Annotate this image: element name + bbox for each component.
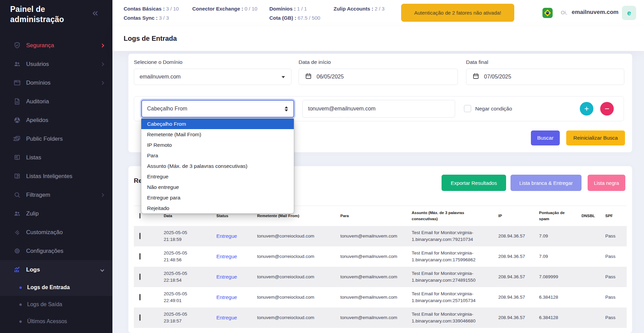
sidebar-item-filtragem[interactable]: Filtragem: [0, 186, 112, 204]
sidebar-item-usuarios[interactable]: Usuários: [0, 55, 112, 73]
sidebar-item-label: Filtragem: [26, 192, 101, 198]
sidebar-subitem-label: Logs de Entrada: [27, 284, 70, 291]
sidebar-item-seguranca[interactable]: Segurança: [0, 36, 112, 55]
cell-assunto: Test Email for Monitor:virginia-1.binary…: [408, 229, 494, 243]
cell-time: 23:18:57: [164, 318, 208, 325]
bullet-icon: [19, 303, 22, 306]
open-book-icon: [13, 154, 21, 162]
sidebar-item-label: Usuários: [26, 61, 101, 68]
sidebar-subitem-ultimos-acessos[interactable]: Últimos Acessos: [0, 313, 112, 330]
row-checkbox[interactable]: [139, 253, 141, 260]
cell-data: 2025-05-0522:18:54: [160, 270, 212, 283]
status-link[interactable]: Entregue: [216, 274, 237, 280]
cell-status: Entregue: [212, 253, 253, 260]
sidebar-collapse-icon[interactable]: «: [92, 7, 98, 18]
open-book-icon: [13, 172, 21, 180]
sidebar-item-configuracoes[interactable]: Configurações: [0, 242, 112, 260]
sidebar-item-apelidos[interactable]: Apelidos: [0, 111, 112, 129]
whitelist-deliver-button[interactable]: Lista branca & Entregar: [511, 175, 582, 191]
dropdown-option[interactable]: Não entregue: [141, 182, 294, 192]
status-link[interactable]: Entregue: [216, 253, 237, 259]
sidebar-item-label: Configurações: [26, 248, 104, 255]
sidebar-item-zulip[interactable]: Zulip: [0, 204, 112, 223]
cell-data: 2025-05-0523:18:57: [160, 311, 212, 324]
blacklist-button[interactable]: Lista negra: [588, 175, 625, 191]
chevron-right-icon: [100, 62, 104, 66]
sidebar-item-auditoria[interactable]: Auditoria: [0, 92, 112, 111]
page-header: Logs de Entrada: [112, 26, 644, 51]
date-end-input[interactable]: 07/05/2025: [466, 69, 624, 85]
status-link[interactable]: Entregue: [216, 233, 237, 239]
row-checkbox[interactable]: [139, 274, 141, 280]
sidebar-item-logs[interactable]: Logs: [0, 260, 112, 279]
avatar[interactable]: e: [622, 6, 636, 20]
reset-search-button[interactable]: Reinicializar Busca: [566, 130, 625, 145]
audit-icon: [13, 98, 21, 106]
table-row: 2025-05-0523:18:57 Entregue tonuvem@corr…: [134, 308, 627, 328]
dropdown-option[interactable]: Assunto (Máx. de 3 palavras consecutivas…: [141, 161, 294, 171]
date-start-input[interactable]: 06/05/2025: [299, 69, 458, 85]
row-checkbox[interactable]: [139, 233, 141, 239]
select-all-checkbox[interactable]: [139, 213, 141, 218]
wheel-icon: [13, 116, 21, 124]
negate-checkbox[interactable]: [464, 105, 471, 112]
cell-time: 21:18:59: [164, 236, 208, 243]
dropdown-option[interactable]: Entregue: [141, 171, 294, 182]
brazil-flag-icon[interactable]: [542, 8, 553, 18]
shield-check-icon: [13, 41, 21, 50]
stat-cota-gb: Cota (GB) :67.5 / 500: [269, 15, 320, 21]
sidebar-item-customizacao[interactable]: Customização: [0, 223, 112, 242]
cell-date: 2025-05-05: [164, 311, 208, 318]
sidebar-item-listas[interactable]: Listas: [0, 148, 112, 167]
brush-stripes-icon: [13, 228, 21, 236]
calendar-icon: [472, 73, 479, 81]
two-factor-warning-button[interactable]: Autenticação de 2 fatores não ativada!: [401, 4, 514, 22]
dropdown-option[interactable]: Remetente (Mail From): [141, 129, 294, 140]
chevron-right-icon: [100, 193, 104, 197]
chevron-right-icon: [100, 81, 104, 85]
export-results-button[interactable]: Exportar Resultados: [442, 175, 506, 191]
cell-para: tonuvem@emailnuvem.com: [336, 253, 408, 260]
sidebar-item-listas-inteligentes[interactable]: Listas Inteligentes: [0, 167, 112, 186]
cell-date: 2025-05-05: [164, 250, 208, 257]
stat-label: Domínios :: [269, 6, 296, 12]
dropdown-option[interactable]: Para: [141, 150, 294, 161]
condition-value-input[interactable]: [302, 100, 455, 118]
sidebar-item-dominios[interactable]: Domínios: [0, 73, 112, 92]
cell-ip: 208.94.36.57: [494, 314, 535, 321]
stat-value: 3 / 3: [159, 15, 169, 21]
sidebar-menu: Segurança Usuários Domínios: [0, 36, 112, 330]
row-checkbox[interactable]: [139, 314, 141, 321]
condition-field-select[interactable]: Cabeçalho From: [141, 100, 294, 118]
status-link[interactable]: Entregue: [216, 315, 237, 320]
status-link[interactable]: Entregue: [216, 294, 237, 300]
stacked-folders-icon: [13, 135, 21, 143]
cell-spf: Pass: [601, 274, 627, 280]
row-checkbox[interactable]: [139, 294, 141, 300]
dropdown-option[interactable]: Rejeitado: [141, 203, 294, 213]
stat-label: Conector Exchange :: [192, 6, 243, 12]
search-button[interactable]: Buscar: [531, 130, 560, 145]
chart-line-icon: [13, 266, 21, 274]
cell-spf: Pass: [601, 314, 627, 321]
add-condition-button[interactable]: +: [580, 102, 593, 116]
sidebar-subitem-logs-entrada[interactable]: Logs de Entrada: [0, 279, 112, 296]
dropdown-option[interactable]: Entregue para: [141, 192, 294, 203]
app-window: Painel de administração « Segurança Usuá…: [0, 0, 644, 333]
dropdown-option[interactable]: Cabeçalho From: [141, 119, 294, 129]
column-header-status: Status: [212, 213, 253, 219]
dropdown-option[interactable]: IP Remoto: [141, 140, 294, 150]
calendar-icon: [305, 73, 312, 81]
column-header-para: Para: [336, 213, 408, 219]
remove-condition-button[interactable]: −: [600, 102, 614, 116]
cell-time: 22:49:01: [164, 297, 208, 304]
sidebar-item-public-folders[interactable]: Public Folders: [0, 129, 112, 148]
sidebar-item-label: Logs: [26, 266, 101, 273]
negate-label: Negar condição: [475, 106, 512, 112]
row-checkbox-cell: [134, 314, 160, 321]
sidebar-subitem-logs-saida[interactable]: Logs de Saída: [0, 296, 112, 313]
cell-status: Entregue: [212, 273, 253, 281]
account-name[interactable]: emailnuvem.com: [572, 9, 619, 16]
domain-select[interactable]: emailnuvem.com: [134, 69, 291, 85]
stat-value: 2 / 3: [375, 6, 384, 12]
